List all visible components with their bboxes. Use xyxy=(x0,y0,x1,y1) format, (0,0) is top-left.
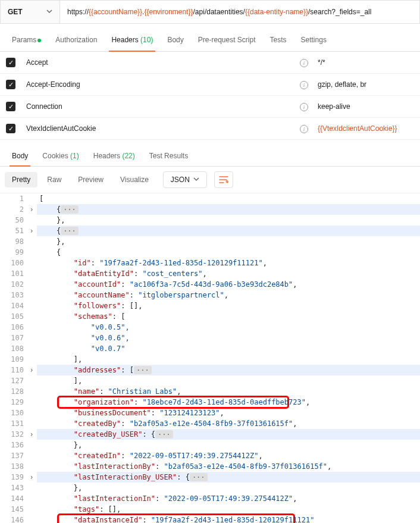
line-number: 132 xyxy=(0,429,24,440)
rtab-cookies[interactable]: Cookies (1) xyxy=(35,146,86,166)
code-line[interactable]: "createdBy": "b2af05a3-e12e-4504-8fb9-37… xyxy=(37,418,420,429)
checkbox-icon[interactable]: ✓ xyxy=(6,80,15,89)
code-line[interactable]: "createdIn": "2022-09-05T17:49:39.275441… xyxy=(37,450,420,461)
header-key[interactable]: Accept xyxy=(21,52,295,74)
code-line[interactable]: "dataInstanceId": "19f7aa2f-2d43-11ed-83… xyxy=(37,515,420,523)
code-line[interactable]: ], xyxy=(37,354,420,365)
checkbox-icon[interactable]: ✓ xyxy=(6,58,15,67)
code-line[interactable]: "createdBy_USER": {··· xyxy=(37,429,420,440)
info-icon[interactable]: i xyxy=(300,125,308,133)
line-number: 102 xyxy=(0,279,24,290)
line-number: 137 xyxy=(0,450,24,461)
code-line[interactable]: "dataEntityId": "cost_centers", xyxy=(37,268,420,279)
fold-toggle-icon[interactable]: › xyxy=(29,472,35,483)
code-line[interactable]: "v0.0.7" xyxy=(37,343,420,354)
fold-toggle-icon[interactable]: › xyxy=(29,365,35,375)
url-input[interactable]: https://{{accountName}}.{{environment}}/… xyxy=(60,1,419,23)
rtab-headers[interactable]: Headers (22) xyxy=(86,146,142,166)
code-line[interactable]: "organization": "18ebce7d-2d43-11ed-835d… xyxy=(37,397,420,408)
tab-body[interactable]: Body xyxy=(160,29,190,51)
header-key[interactable]: VtexIdclientAutCookie xyxy=(21,118,295,140)
line-number: 130 xyxy=(0,408,24,418)
code-line[interactable]: "tags": [], xyxy=(37,504,420,515)
line-number: 2 xyxy=(0,204,24,215)
chevron-down-icon xyxy=(46,8,52,16)
wrap-lines-button[interactable] xyxy=(214,171,233,188)
vtab-visualize[interactable]: Visualize xyxy=(113,172,156,187)
tab-authorization[interactable]: Authorization xyxy=(48,29,104,51)
code-line[interactable]: }, xyxy=(37,215,420,226)
rtab-body[interactable]: Body xyxy=(5,146,35,166)
code-line[interactable]: ], xyxy=(37,375,420,386)
response-body-code[interactable]: 1250519899100101102103104105106107108109… xyxy=(0,193,420,523)
tab-settings[interactable]: Settings xyxy=(294,29,334,51)
code-line[interactable]: "id": "19f7aa2f-2d43-11ed-835d-120129f11… xyxy=(37,258,420,268)
request-url-bar: GET https://{{accountName}}.{{environmen… xyxy=(0,0,420,24)
fold-toggle-icon[interactable]: › xyxy=(29,204,35,215)
code-line[interactable]: }, xyxy=(37,483,420,493)
tab-headers[interactable]: Headers (10) xyxy=(104,29,160,51)
code-line[interactable]: {··· xyxy=(37,204,420,215)
checkbox-icon[interactable]: ✓ xyxy=(6,102,15,111)
header-value[interactable]: {{VtexIdclientAutCookie}} xyxy=(313,118,420,140)
line-number: 99 xyxy=(0,247,24,258)
tab-tests[interactable]: Tests xyxy=(263,29,294,51)
vtab-preview[interactable]: Preview xyxy=(71,172,111,187)
line-number: 110 xyxy=(0,365,24,375)
line-number: 104 xyxy=(0,300,24,311)
vtab-pretty[interactable]: Pretty xyxy=(5,172,37,187)
code-line[interactable]: }, xyxy=(37,236,420,247)
code-line[interactable]: "accountId": "ac106f3a-7c5d-443d-9a06-b3… xyxy=(37,279,420,290)
header-key[interactable]: Accept-Encoding xyxy=(21,74,295,96)
line-number: 108 xyxy=(0,343,24,354)
code-line[interactable]: "businessDocument": "123124123123", xyxy=(37,408,420,418)
code-line[interactable]: "name": "Christian Labs", xyxy=(37,386,420,397)
code-line[interactable]: "lastInteractionBy": "b2af05a3-e12e-4504… xyxy=(37,461,420,472)
line-number: 51 xyxy=(0,226,24,236)
code-line[interactable]: "addresses": [··· xyxy=(37,365,420,375)
info-icon[interactable]: i xyxy=(300,103,308,111)
params-modified-dot xyxy=(37,39,41,42)
line-number: 144 xyxy=(0,493,24,504)
line-number: 105 xyxy=(0,311,24,322)
response-tabs: Body Cookies (1) Headers (22) Test Resul… xyxy=(0,146,420,167)
line-number: 101 xyxy=(0,268,24,279)
code-line[interactable]: }, xyxy=(37,440,420,450)
rtab-test-results[interactable]: Test Results xyxy=(142,146,195,166)
request-tabs: Params Authorization Headers (10) Body P… xyxy=(0,29,420,52)
line-number: 103 xyxy=(0,290,24,300)
line-number: 146 xyxy=(0,515,24,523)
checkbox-icon[interactable]: ✓ xyxy=(6,124,15,133)
info-icon[interactable]: i xyxy=(300,59,308,67)
code-line[interactable]: {··· xyxy=(37,226,420,236)
info-icon[interactable]: i xyxy=(300,81,308,89)
tab-prerequest[interactable]: Pre-request Script xyxy=(191,29,263,51)
line-number: 131 xyxy=(0,418,24,429)
header-value[interactable]: gzip, deflate, br xyxy=(313,74,420,96)
code-line[interactable]: "v0.0.6", xyxy=(37,333,420,343)
line-number: 109 xyxy=(0,354,24,365)
code-line[interactable]: [ xyxy=(37,193,420,204)
line-number: 129 xyxy=(0,397,24,408)
format-select[interactable]: JSON xyxy=(163,171,207,188)
line-number: 145 xyxy=(0,504,24,515)
code-line[interactable]: "followers": [], xyxy=(37,300,420,311)
header-value[interactable]: */* xyxy=(313,52,420,74)
code-line[interactable]: "accountName": "itgloberspartnercl", xyxy=(37,290,420,300)
code-line[interactable]: "schemas": [ xyxy=(37,311,420,322)
chevron-down-icon xyxy=(193,176,199,184)
code-line[interactable]: "lastInteractionIn": "2022-09-05T17:49:3… xyxy=(37,493,420,504)
response-view-bar: Pretty Raw Preview Visualize JSON xyxy=(0,167,420,193)
line-number: 107 xyxy=(0,333,24,343)
tab-params[interactable]: Params xyxy=(5,29,48,51)
http-method-select[interactable]: GET xyxy=(1,1,60,23)
code-line[interactable]: "lastInteractionBy_USER": {··· xyxy=(37,472,420,483)
fold-toggle-icon[interactable]: › xyxy=(29,429,35,440)
code-line[interactable]: { xyxy=(37,247,420,258)
fold-toggle-icon[interactable]: › xyxy=(29,226,35,236)
code-line[interactable]: "v0.0.5", xyxy=(37,322,420,333)
headers-table: ✓Accepti*/*✓Accept-Encodingigzip, deflat… xyxy=(0,52,420,140)
header-value[interactable]: keep-alive xyxy=(313,96,420,118)
header-key[interactable]: Connection xyxy=(21,96,295,118)
vtab-raw[interactable]: Raw xyxy=(40,172,68,187)
